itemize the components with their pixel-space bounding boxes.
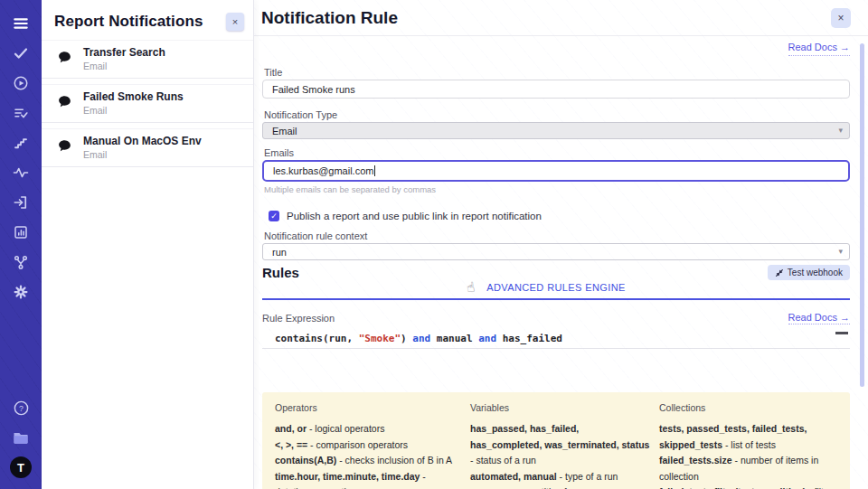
help-entry: failed_tests.filter(test, condition) - f… [659,484,837,489]
activity-icon[interactable] [10,162,32,183]
rules-heading: Rules [262,265,299,280]
help-column: Collectionstests, passed_tests, failed_t… [659,402,837,489]
publish-checkbox[interactable]: ✓ [269,211,279,221]
list-item[interactable]: Transfer Search Email [42,40,253,79]
help-column-header: Operators [275,402,462,413]
steps-icon[interactable] [10,132,32,154]
notification-title: Transfer Search [83,46,244,59]
help-entry: has_passed, has_failed, has_completed, w… [470,421,651,469]
help-entry: run, rungroup - title of run or rungroup [470,484,651,489]
notification-type-label: Notification Type [264,109,850,120]
app-sidebar: ? T [0,0,42,489]
chevron-down-icon: ▾ [838,126,843,135]
chat-bubble-icon [57,50,72,69]
vertical-scrollbar[interactable] [860,43,864,387]
report-notifications-panel: Report Notifications × Transfer Search E… [42,0,254,489]
page-title: Notification Rule [261,8,398,28]
help-column-header: Collections [659,402,837,413]
help-entry: automated, manual - type of a run [470,469,651,485]
title-label: Title [264,67,850,78]
help-icon[interactable]: ? [10,397,32,418]
context-label: Notification rule context [264,230,850,241]
text-cursor [374,165,375,176]
emails-input[interactable]: les.kurbas@gmail.com [262,160,850,182]
help-column-header: Variables [470,402,651,413]
read-docs-link[interactable]: Read Docs → [788,42,850,56]
expression-help-panel: Operatorsand, or - logical operators<, >… [262,392,850,489]
notification-subtitle: Email [83,149,244,160]
title-input-value: Failed Smoke runs [272,84,355,95]
help-column: Variableshas_passed, has_failed, has_com… [470,402,651,489]
help-entry: contains(A,B) - checks inclusion of B in… [275,453,462,469]
list-item[interactable]: Manual On MacOS Env Email [42,128,253,167]
notification-rule-form: Notification Rule × Read Docs → Title Fa… [254,0,868,489]
publish-checkbox-label: Publish a report and use public link in … [287,211,542,221]
notification-title: Manual On MacOS Env [83,135,244,147]
emails-input-value: les.kurbas@gmail.com [273,165,373,176]
folder-icon[interactable] [10,427,32,448]
panel-close-button[interactable]: × [226,13,244,31]
help-entry: tests, passed_tests, failed_tests, skipp… [659,421,837,453]
notification-subtitle: Email [83,61,244,71]
rules-tabs: ☝ ADVANCED RULES ENGINE [262,280,850,300]
test-webhook-label: Test webhook [788,268,843,277]
notification-type-value: Email [272,126,297,136]
notification-type-select[interactable]: Email ▾ [262,122,850,139]
title-input[interactable]: Failed Smoke runs [262,80,850,99]
svg-text:?: ? [19,403,24,412]
rule-expression-label: Rule Expression [262,313,335,324]
chevron-down-icon: ▾ [838,247,843,256]
rule-expression-read-docs-link[interactable]: Read Docs → [788,312,850,324]
context-value: run [272,247,287,258]
notification-title: Failed Smoke Runs [83,90,244,103]
editor-resize-handle[interactable] [835,332,848,334]
code-line[interactable]: contains(run, "Smoke") and manual and ha… [262,331,850,349]
help-entry: and, or - logical operators [275,421,462,437]
list-check-icon[interactable] [10,102,32,124]
panel-title: Report Notifications [54,13,203,31]
tab-advanced-rules-engine[interactable]: ADVANCED RULES ENGINE [486,282,626,293]
notification-subtitle: Email [83,105,244,116]
test-webhook-button[interactable]: Test webhook [768,265,850,280]
gear-icon[interactable] [10,281,32,303]
emails-helper-text: Multiple emails can be separated by comm… [264,184,850,194]
chat-bubble-icon [57,94,72,113]
sign-in-icon[interactable] [10,192,32,213]
user-avatar[interactable]: T [10,456,32,478]
bar-chart-icon[interactable] [10,221,32,243]
close-button[interactable]: × [831,8,851,28]
menu-icon[interactable] [10,13,32,34]
context-select[interactable]: run ▾ [262,243,850,260]
fork-icon[interactable] [10,251,32,273]
rule-expression-editor[interactable]: contains(run, "Smoke") and manual and ha… [262,331,850,349]
list-item[interactable]: Failed Smoke Runs Email [42,84,253,123]
help-entry: <, >, == - comparison operators [275,437,462,454]
webhook-icon [775,268,784,277]
play-circle-icon[interactable] [10,72,32,94]
check-icon[interactable] [10,42,32,64]
help-entry: failed_tests.size - number of items in c… [659,453,837,484]
chat-bubble-icon [57,138,72,157]
mouse-hand-cursor: ☝ [466,278,476,296]
help-column: Operatorsand, or - logical operators<, >… [275,402,462,489]
help-entry: time.hour, time.minute, time.day - datet… [275,469,462,489]
emails-label: Emails [264,147,850,158]
